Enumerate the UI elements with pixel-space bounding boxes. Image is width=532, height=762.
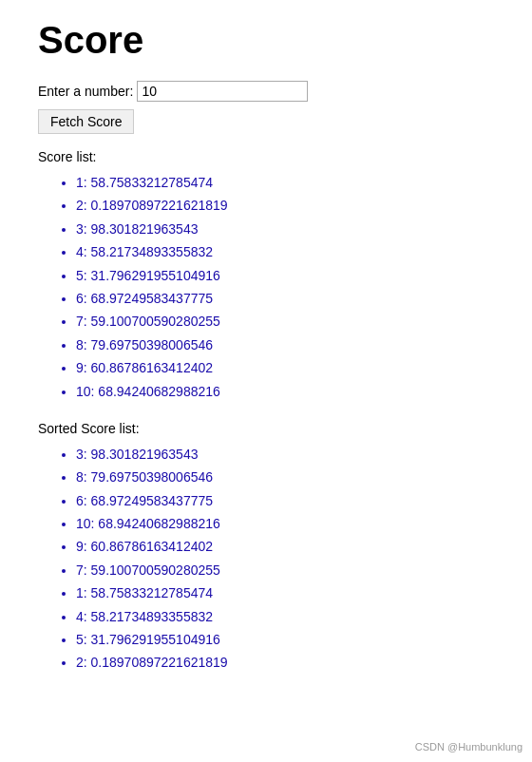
list-item: 10: 68.94240682988216 — [76, 513, 494, 534]
list-item: 7: 59.100700590280255 — [76, 560, 494, 581]
score-list: 1: 58.758332127854742: 0.189708972216218… — [38, 172, 494, 402]
list-item: 6: 68.97249583437775 — [76, 288, 494, 309]
score-list-label: Score list: — [38, 149, 494, 164]
list-item: 9: 60.86786163412402 — [76, 357, 494, 378]
fetch-score-button[interactable]: Fetch Score — [38, 109, 134, 134]
list-item: 1: 58.75833212785474 — [76, 582, 494, 603]
list-item: 8: 79.69750398006546 — [76, 467, 494, 487]
list-item: 1: 58.75833212785474 — [76, 172, 494, 193]
list-item: 9: 60.86786163412402 — [76, 536, 494, 557]
watermark: CSDN @Humbunklung — [415, 741, 522, 752]
list-item: 4: 58.21734893355832 — [76, 606, 494, 627]
input-row: Enter a number: — [38, 81, 494, 102]
list-item: 3: 98.301821963543 — [76, 219, 494, 239]
list-item: 3: 98.301821963543 — [76, 444, 494, 465]
page-title: Score — [38, 19, 494, 62]
list-item: 6: 68.97249583437775 — [76, 490, 494, 511]
list-item: 4: 58.21734893355832 — [76, 241, 494, 262]
list-item: 5: 31.796291955104916 — [76, 265, 494, 286]
list-item: 2: 0.18970897221621819 — [76, 195, 494, 216]
list-item: 10: 68.94240682988216 — [76, 381, 494, 402]
input-label: Enter a number: — [38, 84, 133, 99]
sorted-list-label: Sorted Score list: — [38, 421, 494, 436]
list-item: 5: 31.796291955104916 — [76, 629, 494, 650]
list-item: 7: 59.100700590280255 — [76, 311, 494, 332]
sorted-score-list: 3: 98.3018219635438: 79.697503980065466:… — [38, 444, 494, 674]
list-item: 8: 79.69750398006546 — [76, 334, 494, 355]
number-input[interactable] — [137, 81, 308, 102]
list-item: 2: 0.18970897221621819 — [76, 652, 494, 673]
